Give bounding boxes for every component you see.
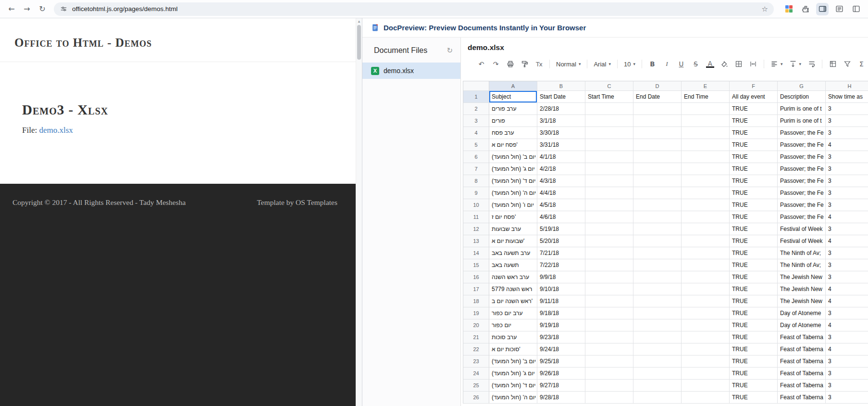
grid-cell-G4[interactable]: Passover; the Fe xyxy=(778,127,826,139)
grid-cell-A11[interactable]: פסח יום ז' xyxy=(489,211,537,223)
grid-cell-B5[interactable]: 3/31/18 xyxy=(537,139,585,151)
row-header-18[interactable]: 18 xyxy=(463,295,489,307)
grid-cell-G16[interactable]: The Jewish New xyxy=(778,271,826,283)
column-header-B[interactable]: B xyxy=(537,81,585,91)
grid-cell-D14[interactable] xyxy=(633,247,682,259)
vertical-align-dropdown[interactable]: ▾ xyxy=(789,60,802,68)
column-header-F[interactable]: F xyxy=(730,81,778,91)
grid-cell-F15[interactable]: TRUE xyxy=(730,259,778,271)
grid-cell-G10[interactable]: Passover; the Fe xyxy=(778,199,826,211)
grid-cell-C17[interactable] xyxy=(585,283,633,295)
grid-cell-D22[interactable] xyxy=(633,343,682,355)
grid-cell-B13[interactable]: 5/20/18 xyxy=(537,235,585,247)
row-header-3[interactable]: 3 xyxy=(463,115,489,127)
grid-cell-H4[interactable]: 3 xyxy=(826,127,868,139)
grid-cell-F12[interactable]: TRUE xyxy=(730,223,778,235)
row-header-16[interactable]: 16 xyxy=(463,271,489,283)
grid-cell-F20[interactable]: TRUE xyxy=(730,319,778,331)
grid-cell-E23[interactable] xyxy=(682,355,730,368)
grid-cell-G26[interactable]: Feast of Taberna xyxy=(778,392,826,404)
row-header-14[interactable]: 14 xyxy=(463,247,489,259)
grid-cell-D11[interactable] xyxy=(633,211,682,223)
grid-cell-H10[interactable]: 3 xyxy=(826,199,868,211)
print-icon[interactable] xyxy=(506,60,514,68)
grid-cell-G14[interactable]: The Ninth of Av; xyxy=(778,247,826,259)
grid-cell-F13[interactable]: TRUE xyxy=(730,235,778,247)
grid-cell-F14[interactable]: TRUE xyxy=(730,247,778,259)
select-all-corner[interactable] xyxy=(463,81,489,91)
grid-cell-E12[interactable] xyxy=(682,223,730,235)
column-header-G[interactable]: G xyxy=(778,81,826,91)
grid-cell-D6[interactable] xyxy=(633,151,682,163)
grid-cell-C13[interactable] xyxy=(585,235,633,247)
grid-cell-E21[interactable] xyxy=(682,331,730,343)
row-header-1[interactable]: 1 xyxy=(463,91,489,103)
refresh-icon[interactable]: ↻ xyxy=(446,46,453,55)
row-header-7[interactable]: 7 xyxy=(463,163,489,175)
grid-cell-D18[interactable] xyxy=(633,295,682,307)
grid-cell-D20[interactable] xyxy=(633,319,682,331)
grid-cell-C4[interactable] xyxy=(585,127,633,139)
grid-cell-C7[interactable] xyxy=(585,163,633,175)
grid-cell-F26[interactable]: TRUE xyxy=(730,392,778,404)
grid-cell-A16[interactable]: ערב ראש השנה xyxy=(489,271,537,283)
grid-cell-F17[interactable]: TRUE xyxy=(730,283,778,295)
grid-cell-E26[interactable] xyxy=(682,392,730,404)
grid-cell-G23[interactable]: Feast of Taberna xyxy=(778,355,826,368)
grid-cell-A15[interactable]: תשעה באב xyxy=(489,259,537,271)
grid-cell-H16[interactable]: 3 xyxy=(826,271,868,283)
grid-cell-D19[interactable] xyxy=(633,307,682,319)
row-header-2[interactable]: 2 xyxy=(463,103,489,115)
grid-cell-C21[interactable] xyxy=(585,331,633,343)
scrollbar-thumb[interactable] xyxy=(357,25,361,60)
grid-cell-F24[interactable]: TRUE xyxy=(730,368,778,380)
grid-cell-D3[interactable] xyxy=(633,115,682,127)
grid-cell-E5[interactable] xyxy=(682,139,730,151)
grid-cell-G18[interactable]: The Jewish New xyxy=(778,295,826,307)
site-info-icon[interactable] xyxy=(60,5,68,13)
grid-cell-C18[interactable] xyxy=(585,295,633,307)
row-header-9[interactable]: 9 xyxy=(463,187,489,199)
grid-cell-F3[interactable]: TRUE xyxy=(730,115,778,127)
autofilter-icon[interactable] xyxy=(843,60,851,68)
grid-cell-A24[interactable]: יום ג' (חול המועד) xyxy=(489,368,537,380)
grid-cell-B12[interactable]: 5/19/18 xyxy=(537,223,585,235)
page-scrollbar[interactable]: ▴ xyxy=(356,18,362,406)
grid-cell-C11[interactable] xyxy=(585,211,633,223)
grid-cell-G5[interactable]: Passover; the Fe xyxy=(778,139,826,151)
grid-cell-G25[interactable]: Feast of Taberna xyxy=(778,380,826,392)
column-header-E[interactable]: E xyxy=(682,81,730,91)
grid-cell-A4[interactable]: ערב פסח xyxy=(489,127,537,139)
grid-cell-E9[interactable] xyxy=(682,187,730,199)
grid-cell-B14[interactable]: 7/21/18 xyxy=(537,247,585,259)
grid-cell-C8[interactable] xyxy=(585,175,633,187)
grid-cell-C22[interactable] xyxy=(585,343,633,355)
grid-cell-A23[interactable]: יום ב' (חול המועד) xyxy=(489,355,537,368)
fill-color-icon[interactable] xyxy=(720,60,729,68)
column-header-H[interactable]: H xyxy=(826,81,868,91)
grid-cell-E14[interactable] xyxy=(682,247,730,259)
grid-cell-A22[interactable]: סוכות יום א' xyxy=(489,343,537,355)
grid-cell-B6[interactable]: 4/1/18 xyxy=(537,151,585,163)
grid-cell-G9[interactable]: Passover; the Fe xyxy=(778,187,826,199)
grid-cell-A5[interactable]: פסח יום א' xyxy=(489,139,537,151)
reload-button[interactable]: ↻ xyxy=(36,2,49,16)
grid-cell-F25[interactable]: TRUE xyxy=(730,380,778,392)
grid-cell-A9[interactable]: יום ה' (חול המועד) xyxy=(489,187,537,199)
grid-cell-C24[interactable] xyxy=(585,368,633,380)
grid-cell-H2[interactable]: 3 xyxy=(826,103,868,115)
grid-cell-A10[interactable]: יום ו' (חול המועד) xyxy=(489,199,537,211)
grid-cell-B11[interactable]: 4/6/18 xyxy=(537,211,585,223)
grid-cell-B15[interactable]: 7/22/18 xyxy=(537,259,585,271)
grid-cell-C16[interactable] xyxy=(585,271,633,283)
grid-cell-G3[interactable]: Purim is one of t xyxy=(778,115,826,127)
grid-cell-F5[interactable]: TRUE xyxy=(730,139,778,151)
grid-cell-C1[interactable]: Start Time xyxy=(585,91,633,103)
grid-cell-A8[interactable]: יום ד' (חול המועד) xyxy=(489,175,537,187)
grid-cell-E7[interactable] xyxy=(682,163,730,175)
grid-cell-F4[interactable]: TRUE xyxy=(730,127,778,139)
grid-cell-D23[interactable] xyxy=(633,355,682,368)
grid-cell-H23[interactable]: 3 xyxy=(826,355,868,368)
grid-cell-D13[interactable] xyxy=(633,235,682,247)
grid-cell-D5[interactable] xyxy=(633,139,682,151)
